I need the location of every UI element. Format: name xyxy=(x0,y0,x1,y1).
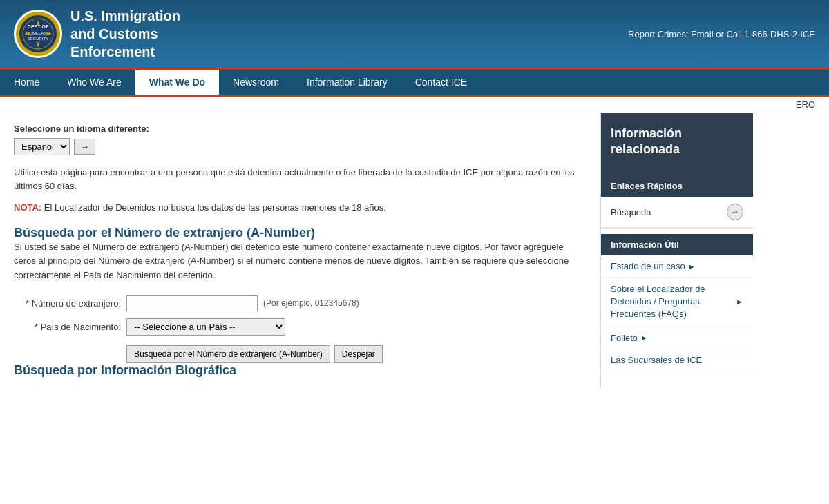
lang-label: Seleccione un idioma diferente: xyxy=(14,124,587,134)
description-text: Utilice esta página para encontrar a una… xyxy=(14,166,587,193)
sidebar-enlaces-header: Enlaces Rápidos xyxy=(601,175,753,197)
nav-contact-ice[interactable]: Contact ICE xyxy=(401,70,481,95)
section1-description: Si usted se sabe el Número de extranjero… xyxy=(14,240,587,283)
ero-bar: ERO xyxy=(0,97,829,113)
numero-form-row: * Número de extranjero: (Por ejemplo, 01… xyxy=(14,295,587,311)
sidebar-util: Información Útil Estado de un caso ► Sob… xyxy=(601,234,753,371)
sidebar-util-folleto[interactable]: Folleto ► xyxy=(601,327,753,349)
lang-go-button[interactable]: → xyxy=(74,139,95,155)
sobre-arrow-icon: ► xyxy=(736,297,743,307)
pais-label: * País de Nacimiento: xyxy=(14,322,121,332)
main-layout: Seleccione un idioma diferente: Español … xyxy=(0,113,829,388)
nav-what-we-do[interactable]: What We Do xyxy=(135,70,219,95)
busqueda-arrow-icon: → xyxy=(727,204,743,220)
language-select[interactable]: Español xyxy=(14,138,70,155)
pais-select[interactable]: -- Seleccione a un País -- xyxy=(126,318,285,336)
agency-logo: DEPT OF HOMELAND SECURITY xyxy=(14,10,62,58)
sidebar-util-estado[interactable]: Estado de un caso ► xyxy=(601,255,753,278)
numero-hint: (Por ejemplo, 012345678) xyxy=(263,298,359,308)
lang-selector: Español → xyxy=(14,138,587,155)
content-area: Seleccione un idioma diferente: Español … xyxy=(0,113,601,388)
nota-text: NOTA: El Localizador de Detenidos no bus… xyxy=(14,201,587,215)
nav-bar: Home Who We Are What We Do Newsroom Info… xyxy=(0,68,829,95)
agency-title: U.S. Immigration and Customs Enforcement xyxy=(70,7,180,61)
estado-arrow-icon: ► xyxy=(688,262,696,271)
sidebar-util-sobre[interactable]: Sobre el Localizador de Detenidos / Preg… xyxy=(601,278,753,327)
sidebar-util-sucursales[interactable]: Las Sucursales de ICE xyxy=(601,349,753,371)
report-crimes-text: Report Crimes: Email or Call 1-866-DHS-2… xyxy=(628,29,815,39)
nav-who-we-are[interactable]: Who We Are xyxy=(53,70,135,95)
sidebar-info-header: Información relacionada xyxy=(601,113,753,175)
search-anumber-button[interactable]: Búsqueda por el Número de extranjero (A-… xyxy=(126,345,330,363)
sidebar: Información relacionada Enlaces Rápidos … xyxy=(601,113,753,388)
numero-input[interactable] xyxy=(126,295,258,311)
section1-title[interactable]: Búsqueda por el Número de extranjero (A-… xyxy=(14,226,315,240)
sidebar-util-header: Información Útil xyxy=(601,234,753,255)
ero-label: ERO xyxy=(796,99,815,110)
form-buttons: Búsqueda por el Número de extranjero (A-… xyxy=(126,345,587,363)
nota-label: NOTA: xyxy=(14,202,41,213)
header-left: DEPT OF HOMELAND SECURITY U.S. Immigrati… xyxy=(14,7,180,61)
folleto-arrow-icon: ► xyxy=(640,333,648,342)
nav-home[interactable]: Home xyxy=(0,70,53,95)
sidebar-busqueda-link[interactable]: Búsqueda → xyxy=(601,197,753,228)
section2-title[interactable]: Búsqueda por información Biográfica xyxy=(14,363,236,377)
header: DEPT OF HOMELAND SECURITY U.S. Immigrati… xyxy=(0,0,829,68)
numero-label: * Número de extranjero: xyxy=(14,298,121,309)
sidebar-enlaces: Enlaces Rápidos Búsqueda → xyxy=(601,175,753,229)
nav-info-library[interactable]: Information Library xyxy=(293,70,401,95)
pais-form-row: * País de Nacimiento: -- Seleccione a un… xyxy=(14,318,587,336)
svg-text:SECURITY: SECURITY xyxy=(28,37,48,41)
nav-newsroom[interactable]: Newsroom xyxy=(219,70,293,95)
clear-button[interactable]: Despejar xyxy=(334,345,383,363)
